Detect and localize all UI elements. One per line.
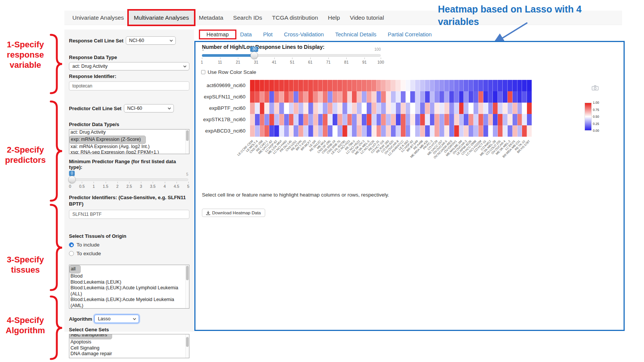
heatmap-cell[interactable] [396, 125, 401, 137]
heatmap-cell[interactable] [464, 114, 469, 125]
heatmap-cell[interactable] [503, 91, 508, 103]
heatmap-cell[interactable] [410, 114, 415, 125]
heatmap-cell[interactable] [425, 114, 430, 125]
heatmap-cell[interactable] [294, 125, 299, 137]
heatmap-cell[interactable] [430, 91, 435, 103]
heatmap-cell[interactable] [435, 125, 439, 137]
heatmap-cell[interactable] [401, 114, 406, 125]
heatmap-cell[interactable] [381, 80, 386, 91]
option-dna-damage-repair[interactable]: DNA damage repair [69, 351, 189, 357]
subtab-technical-details[interactable]: Technical Details [330, 31, 382, 37]
heatmap-cell[interactable] [503, 125, 508, 137]
heatmap-cell[interactable] [372, 103, 377, 114]
heatmap-cell[interactable] [269, 80, 274, 91]
heatmap-cell[interactable] [425, 103, 430, 114]
camera-download-plot-icon[interactable] [592, 85, 599, 90]
heatmap-cell[interactable] [522, 125, 527, 137]
heatmap-cell[interactable] [338, 91, 342, 103]
heatmap-cell[interactable] [439, 80, 444, 91]
heatmap-cell[interactable] [323, 103, 328, 114]
heatmap-cell[interactable] [513, 103, 517, 114]
heatmap-cell[interactable] [439, 91, 444, 103]
option-xsq-rna-seq-expression-log2-fpkm-1[interactable]: xsq: RNA-seq Expression (log2 FPKM+1.) [69, 150, 189, 154]
predictor-identifiers-input[interactable]: SLFN11 BPTF [69, 210, 189, 219]
heatmap-cell[interactable] [294, 91, 299, 103]
heatmap-cell[interactable] [284, 91, 289, 103]
nav-tab-search-ids[interactable]: Search IDs [228, 11, 267, 25]
heatmap-cell[interactable] [483, 80, 488, 91]
heatmap-cell[interactable] [357, 114, 362, 125]
heatmap-cell[interactable] [260, 80, 265, 91]
heatmap-cell[interactable] [333, 80, 338, 91]
heatmap-cell[interactable] [401, 91, 406, 103]
heatmap-cell[interactable] [503, 114, 508, 125]
heatmap-cell[interactable] [289, 91, 294, 103]
heatmap-cell[interactable] [425, 125, 430, 137]
heatmap-cell[interactable] [474, 103, 478, 114]
heatmap-cell[interactable] [308, 114, 313, 125]
heatmap-cell[interactable] [260, 125, 265, 137]
heatmap-cell[interactable] [303, 91, 308, 103]
heatmap-cell[interactable] [279, 91, 284, 103]
heatmap-cell[interactable] [274, 103, 279, 114]
heatmap-cell[interactable] [274, 91, 279, 103]
algorithm-select[interactable]: Lasso [94, 315, 139, 323]
heatmap-cell[interactable] [396, 91, 401, 103]
heatmap-cell[interactable] [377, 114, 381, 125]
heatmap-cell[interactable] [386, 80, 391, 91]
heatmap-cell[interactable] [401, 125, 406, 137]
heatmap-cell[interactable] [386, 125, 391, 137]
heatmap-cell[interactable] [493, 80, 498, 91]
heatmap-cell[interactable] [391, 125, 396, 137]
heatmap-cell[interactable] [435, 103, 439, 114]
heatmap-cell[interactable] [308, 125, 313, 137]
predictor-cell-line-set-select[interactable]: NCI-60 [124, 104, 174, 112]
heatmap-cell[interactable] [328, 125, 333, 137]
heatmap-cell[interactable] [430, 103, 435, 114]
heatmap-cell[interactable] [522, 91, 527, 103]
nav-tab-multivariate-analyses[interactable]: Multivariate Analyses [129, 11, 194, 25]
heatmap-cell[interactable] [372, 80, 377, 91]
heatmap-cell[interactable] [444, 80, 449, 91]
heatmap-cell[interactable] [503, 80, 508, 91]
heatmap-cell[interactable] [352, 125, 357, 137]
heatmap-cell[interactable] [430, 80, 435, 91]
heatmap-cell[interactable] [517, 114, 522, 125]
subtab-plot[interactable]: Plot [257, 31, 278, 37]
heatmap-cell[interactable] [459, 91, 464, 103]
download-heatmap-data-button[interactable]: Download Heatmap Data [202, 209, 265, 217]
heatmap-cell[interactable] [459, 103, 464, 114]
heatmap-cell[interactable] [483, 103, 488, 114]
heatmap-cell[interactable] [498, 103, 503, 114]
heatmap-cell[interactable] [313, 114, 318, 125]
subtab-partial-correlation[interactable]: Partial Correlation [382, 31, 438, 37]
heatmap-cell[interactable] [517, 103, 522, 114]
scrollbar[interactable] [185, 334, 189, 358]
heatmap-cell[interactable] [264, 103, 269, 114]
option-blood-leukemia-leuk-acute-myeloid-leukemia-aml[interactable]: Blood:Leukemia (LEUK):Acute Myeloid Leuk… [69, 297, 189, 309]
heatmap-cell[interactable] [308, 91, 313, 103]
heatmap-cell[interactable] [352, 91, 357, 103]
heatmap-cell[interactable] [352, 103, 357, 114]
heatmap-cell[interactable] [362, 125, 367, 137]
heatmap-cell[interactable] [396, 114, 401, 125]
heatmap-cell[interactable] [527, 80, 532, 91]
option-xai-mrna-expression-avg-log2-int[interactable]: xai: mRNA Expression (Avg. log2 Int.) [69, 144, 189, 150]
heatmap-row-label-expabcd3-nci60[interactable]: expABCD3_nci60 [195, 125, 248, 137]
heatmap-cell[interactable] [449, 103, 454, 114]
heatmap-cell[interactable] [420, 91, 425, 103]
nav-tab-video-tutorial[interactable]: Video tutorial [345, 11, 389, 25]
heatmap-cell[interactable] [338, 103, 342, 114]
heatmap-cell[interactable] [439, 114, 444, 125]
heatmap-cell[interactable] [342, 103, 347, 114]
heatmap-cell[interactable] [449, 114, 454, 125]
heatmap-cell[interactable] [513, 125, 517, 137]
heatmap-cell[interactable] [469, 125, 474, 137]
heatmap-cell[interactable] [488, 80, 493, 91]
heatmap-cell[interactable] [279, 103, 284, 114]
heatmap-cell[interactable] [318, 80, 323, 91]
heatmap-cell[interactable] [430, 125, 435, 137]
heatmap-cell[interactable] [469, 103, 474, 114]
heatmap-cell[interactable] [250, 91, 255, 103]
heatmap-cell[interactable] [284, 80, 289, 91]
